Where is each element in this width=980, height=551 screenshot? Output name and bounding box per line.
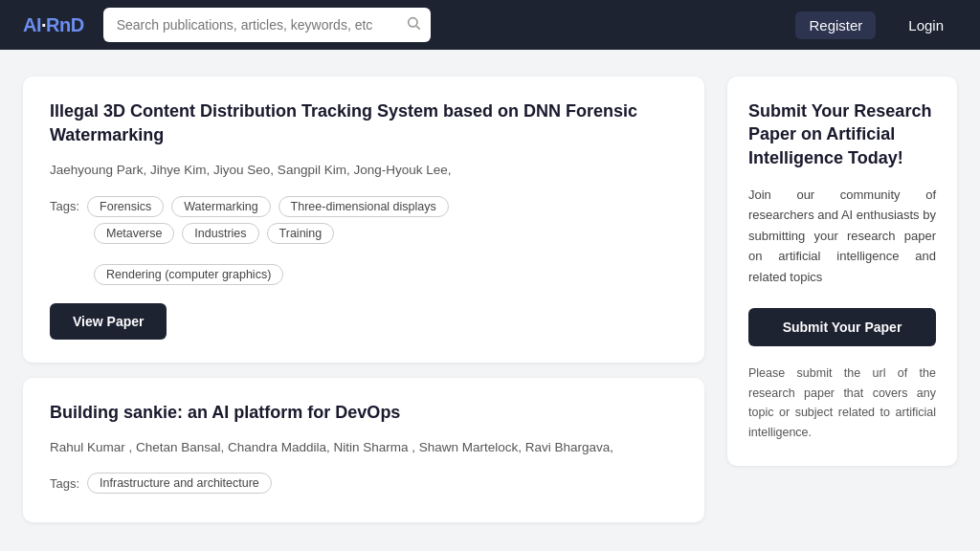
tags-label: Tags: <box>50 199 79 213</box>
view-paper-button-1[interactable]: View Paper <box>50 303 167 340</box>
paper-card-2: Building sankie: an AI platform for DevO… <box>23 378 704 522</box>
paper-card-1: Illegal 3D Content Distribution Tracking… <box>23 77 704 363</box>
paper-2-title: Building sankie: an AI platform for DevO… <box>50 401 678 425</box>
register-button[interactable]: Register <box>795 11 876 39</box>
tag-three-dimensional: Three-dimensional displays <box>278 196 449 217</box>
paper-1-title: Illegal 3D Content Distribution Tracking… <box>50 99 678 147</box>
paper-1-tags-row-3: Rendering (computer graphics) <box>50 265 678 282</box>
navbar: AI·RnD Register Login <box>0 0 980 50</box>
paper-1-tags-row-1: Tags: Forensics Watermarking Three-dimen… <box>50 196 678 217</box>
tag-infrastructure: Infrastructure and architecture <box>87 473 272 494</box>
logo-rnd: RnD <box>46 14 84 35</box>
search-wrapper <box>103 8 431 42</box>
search-input[interactable] <box>103 8 431 42</box>
paper-2-authors: Rahul Kumar , Chetan Bansal, Chandra Mad… <box>50 438 678 457</box>
paper-1-authors: Jaehyoung Park, Jihye Kim, Jiyou Seo, Sa… <box>50 161 678 180</box>
sidebar-title: Submit Your Research Paper on Artificial… <box>748 99 936 169</box>
tag-forensics: Forensics <box>87 196 164 217</box>
tags-label-2: Tags: <box>50 476 79 491</box>
login-button[interactable]: Login <box>895 11 957 39</box>
page-body: Illegal 3D Content Distribution Tracking… <box>0 50 980 549</box>
tag-metaverse: Metaverse <box>94 223 174 244</box>
sidebar-description: Join our community of researchers and AI… <box>748 185 936 287</box>
sidebar: Submit Your Research Paper on Artificial… <box>727 77 957 522</box>
submit-paper-button[interactable]: Submit Your Paper <box>748 308 936 346</box>
paper-1-tags-row-2: Metaverse Industries Training <box>50 223 678 244</box>
papers-column: Illegal 3D Content Distribution Tracking… <box>23 77 704 522</box>
logo: AI·RnD <box>23 14 84 36</box>
tag-training: Training <box>267 223 335 244</box>
tag-industries: Industries <box>182 223 258 244</box>
logo-ai: AI <box>23 14 41 35</box>
sidebar-footnote: Please submit the url of the research pa… <box>748 364 936 443</box>
paper-2-tags-row-1: Tags: Infrastructure and architecture <box>50 473 678 494</box>
tag-watermarking: Watermarking <box>171 196 270 217</box>
sidebar-card: Submit Your Research Paper on Artificial… <box>727 77 957 466</box>
tag-rendering: Rendering (computer graphics) <box>94 264 283 285</box>
